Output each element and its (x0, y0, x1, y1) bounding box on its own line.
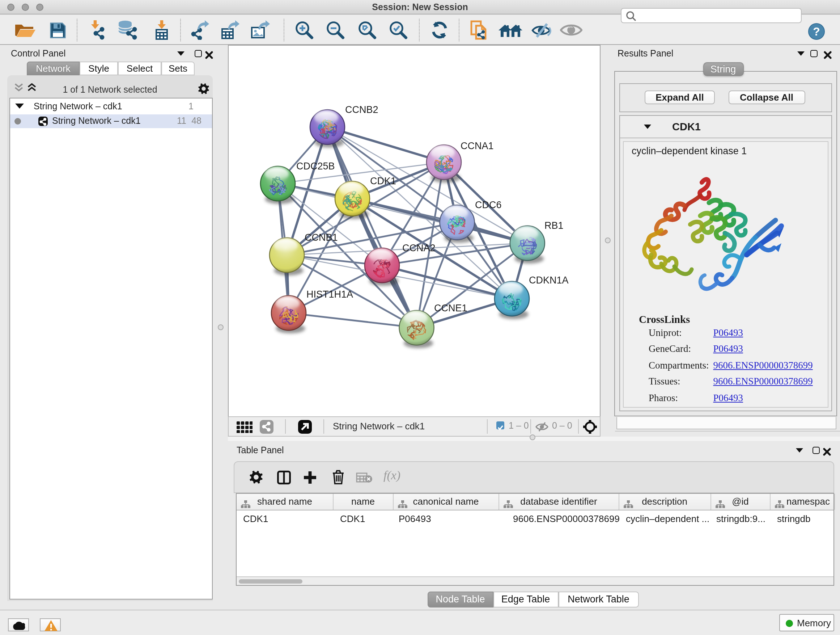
svg-text:CDC6: CDC6 (475, 200, 502, 211)
svg-text:CCNA2: CCNA2 (402, 242, 436, 253)
svg-text:CDK1: CDK1 (370, 176, 396, 187)
svg-text:CCNE1: CCNE1 (434, 302, 467, 314)
svg-text:CDC25B: CDC25B (296, 161, 335, 172)
svg-text:CCNB1: CCNB1 (305, 232, 338, 243)
svg-text:HIST1H1A: HIST1H1A (306, 289, 353, 300)
svg-text:CCNB2: CCNB2 (345, 104, 378, 115)
svg-text:RB1: RB1 (545, 220, 564, 231)
svg-text:?: ? (813, 25, 820, 38)
svg-text:CDKN1A: CDKN1A (529, 275, 569, 286)
svg-text:CCNA1: CCNA1 (461, 141, 494, 151)
